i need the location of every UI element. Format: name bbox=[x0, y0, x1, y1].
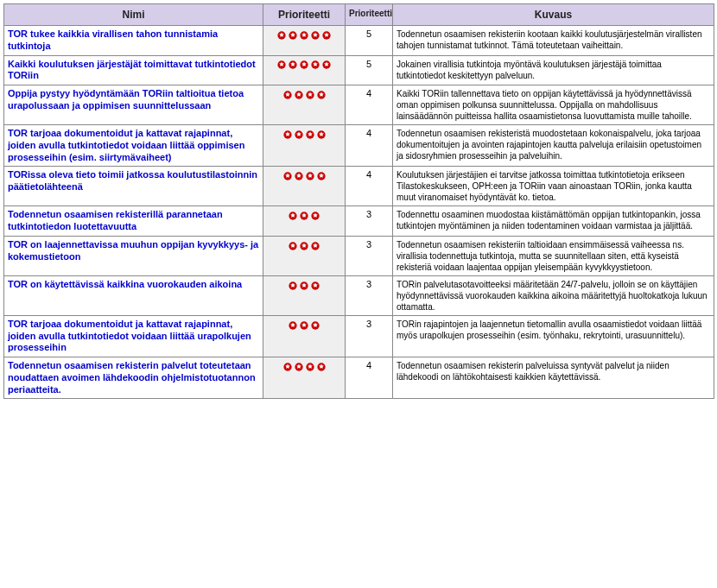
table-row: TOR tarjoaa dokumentoidut ja kattavat ra… bbox=[4, 125, 714, 167]
table-row: Oppija pystyy hyödyntämään TORiin taltio… bbox=[4, 85, 714, 125]
priority-star-icon bbox=[310, 211, 320, 221]
cell-priority-num: 5 bbox=[346, 55, 393, 85]
priority-star-icon bbox=[282, 130, 293, 140]
cell-priority-num: 3 bbox=[346, 275, 393, 315]
cell-name: Oppija pystyy hyödyntämään TORiin taltio… bbox=[4, 85, 263, 125]
priority-star-icon bbox=[310, 241, 320, 251]
priority-star-icon bbox=[276, 60, 287, 70]
priority-star-icon bbox=[305, 90, 315, 100]
header-priority-icons: Prioriteetti bbox=[263, 4, 346, 26]
cell-priority-icons bbox=[263, 315, 346, 357]
cell-priority-icons bbox=[263, 236, 346, 275]
cell-priority-num: 4 bbox=[346, 167, 393, 206]
cell-description: TORin rajapintojen ja laajennetun tietom… bbox=[393, 315, 714, 357]
cell-name: TOR on laajennettavissa muuhun oppijan k… bbox=[4, 236, 263, 275]
cell-name: TOR tarjoaa dokumentoidut ja kattavat ra… bbox=[4, 125, 263, 167]
priority-star-icon bbox=[321, 60, 332, 70]
cell-description: Kaikki TORiin tallennettava tieto on opp… bbox=[393, 85, 714, 125]
priority-star-icon bbox=[294, 171, 304, 181]
cell-priority-num: 5 bbox=[346, 26, 393, 56]
priority-star-icon bbox=[305, 171, 315, 181]
header-name: Nimi bbox=[4, 4, 263, 26]
priority-star-icon bbox=[310, 30, 320, 41]
priority-star-icon bbox=[288, 241, 298, 251]
cell-priority-num: 3 bbox=[346, 315, 393, 357]
priority-star-icon bbox=[305, 130, 315, 140]
cell-priority-num: 4 bbox=[346, 357, 393, 399]
cell-name: Todennetun osaamisen rekisterin palvelut… bbox=[4, 357, 263, 399]
priority-star-icon bbox=[288, 60, 298, 70]
priority-star-icon bbox=[305, 362, 315, 372]
cell-description: Todennetun osaamisen rekisterin palvelui… bbox=[393, 357, 714, 399]
cell-description: TORin palvelutasotavoitteeksi määritetää… bbox=[393, 275, 714, 315]
priority-star-icon bbox=[310, 60, 320, 70]
table-row: Kaikki koulutuksen järjestäjät toimittav… bbox=[4, 55, 714, 85]
cell-priority-icons bbox=[263, 85, 346, 125]
priority-star-icon bbox=[294, 130, 304, 140]
priority-star-icon bbox=[316, 171, 327, 181]
cell-name: TOR tarjoaa dokumentoidut ja kattavat ra… bbox=[4, 315, 263, 357]
priority-star-icon bbox=[310, 281, 320, 291]
table-row: TOR on laajennettavissa muuhun oppijan k… bbox=[4, 236, 714, 275]
table-row: Todennetun osaamisen rekisterillä parann… bbox=[4, 206, 714, 237]
priority-star-icon bbox=[310, 320, 320, 331]
cell-priority-num: 4 bbox=[346, 85, 393, 125]
cell-priority-icons bbox=[263, 55, 346, 85]
priority-star-icon bbox=[321, 30, 332, 41]
priority-star-icon bbox=[299, 281, 309, 291]
cell-name: TOR on käytettävissä kaikkina vuorokaude… bbox=[4, 275, 263, 315]
cell-priority-icons bbox=[263, 167, 346, 206]
cell-name: TOR tukee kaikkia virallisen tahon tunni… bbox=[4, 26, 263, 56]
priority-star-icon bbox=[288, 281, 298, 291]
table-row: TOR on käytettävissä kaikkina vuorokaude… bbox=[4, 275, 714, 315]
requirements-table: Nimi Prioriteetti Prioriteetti Kuvaus TO… bbox=[3, 3, 714, 399]
cell-name: Kaikki koulutuksen järjestäjät toimittav… bbox=[4, 55, 263, 85]
priority-star-icon bbox=[299, 241, 309, 251]
table-row: TOR tukee kaikkia virallisen tahon tunni… bbox=[4, 26, 714, 56]
cell-description: Todennetun osaamisen rekisteristä muodos… bbox=[393, 125, 714, 167]
cell-description: Jokainen virallisia tutkintoja myöntävä … bbox=[393, 55, 714, 85]
table-row: TORissa oleva tieto toimii jatkossa koul… bbox=[4, 167, 714, 206]
priority-star-icon bbox=[276, 30, 287, 41]
cell-description: Todennetun osaamisen rekisteriin taltioi… bbox=[393, 236, 714, 275]
cell-priority-num: 4 bbox=[346, 125, 393, 167]
cell-description: Koulutuksen järjestäjien ei tarvitse jat… bbox=[393, 167, 714, 206]
priority-star-icon bbox=[282, 362, 293, 372]
cell-description: Todennetun osaamisen rekisteriin kootaan… bbox=[393, 26, 714, 56]
priority-star-icon bbox=[299, 320, 309, 331]
priority-star-icon bbox=[316, 90, 327, 100]
priority-star-icon bbox=[299, 211, 309, 221]
priority-star-icon bbox=[288, 320, 298, 331]
cell-priority-icons bbox=[263, 357, 346, 399]
header-row: Nimi Prioriteetti Prioriteetti Kuvaus bbox=[4, 4, 714, 26]
cell-priority-icons bbox=[263, 206, 346, 237]
cell-priority-icons bbox=[263, 275, 346, 315]
header-description: Kuvaus bbox=[393, 4, 714, 26]
priority-star-icon bbox=[294, 362, 304, 372]
priority-star-icon bbox=[282, 171, 293, 181]
priority-star-icon bbox=[299, 30, 309, 41]
priority-star-icon bbox=[316, 130, 327, 140]
cell-priority-icons bbox=[263, 125, 346, 167]
priority-star-icon bbox=[288, 30, 298, 41]
cell-priority-num: 3 bbox=[346, 206, 393, 237]
table-row: Todennetun osaamisen rekisterin palvelut… bbox=[4, 357, 714, 399]
priority-star-icon bbox=[288, 211, 298, 221]
priority-star-icon bbox=[294, 90, 304, 100]
cell-name: TORissa oleva tieto toimii jatkossa koul… bbox=[4, 167, 263, 206]
cell-priority-num: 3 bbox=[346, 236, 393, 275]
header-priority-num: Prioriteetti bbox=[346, 4, 393, 26]
cell-priority-icons bbox=[263, 26, 346, 56]
cell-name: Todennetun osaamisen rekisterillä parann… bbox=[4, 206, 263, 237]
table-row: TOR tarjoaa dokumentoidut ja kattavat ra… bbox=[4, 315, 714, 357]
priority-star-icon bbox=[316, 362, 327, 372]
cell-description: Todennettu osaaminen muodostaa kiistämät… bbox=[393, 206, 714, 237]
priority-star-icon bbox=[299, 60, 309, 70]
priority-star-icon bbox=[282, 90, 293, 100]
